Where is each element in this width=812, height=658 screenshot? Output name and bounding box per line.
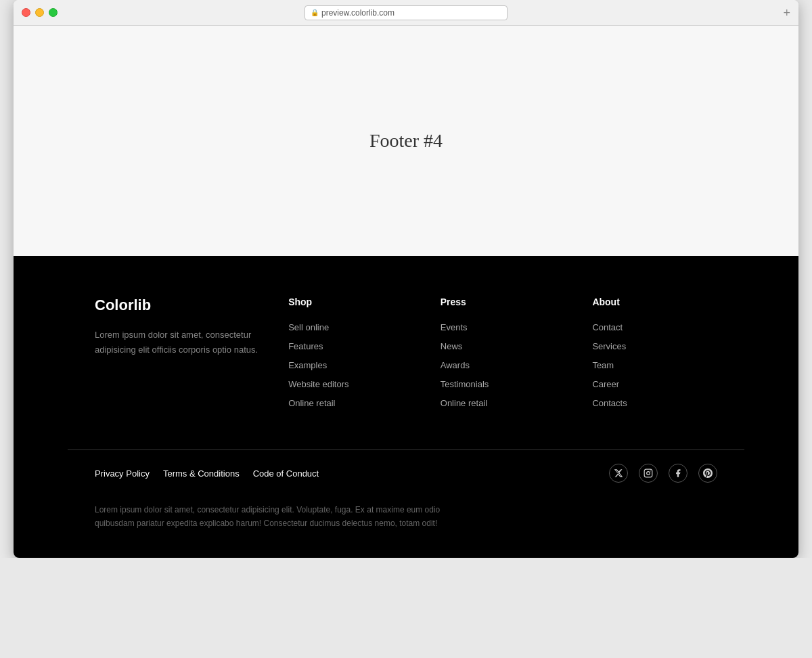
url-text: preview.colorlib.com xyxy=(321,8,394,18)
titlebar: 🔒 preview.colorlib.com + xyxy=(14,0,798,26)
svg-point-1 xyxy=(647,472,650,475)
footer-shop-title: Shop xyxy=(288,297,413,307)
privacy-policy-link[interactable]: Privacy Policy xyxy=(95,468,150,479)
svg-point-2 xyxy=(650,470,651,471)
close-button[interactable] xyxy=(22,8,30,17)
footer-link-contacts[interactable]: Contacts xyxy=(592,398,627,408)
footer-legal-links: Privacy Policy Terms & Conditions Code o… xyxy=(95,468,319,479)
footer-press-col: Press Events News Awards Testimonials On… xyxy=(441,297,566,416)
page-title: Footer #4 xyxy=(369,130,443,152)
footer-link-contact[interactable]: Contact xyxy=(592,322,623,332)
footer-link-sell-online[interactable]: Sell online xyxy=(288,322,329,332)
footer-about-col: About Contact Services Team Career Conta… xyxy=(592,297,717,416)
footer-link-news[interactable]: News xyxy=(441,341,463,351)
footer-shop-col: Shop Sell online Features Examples Websi… xyxy=(288,297,413,416)
footer-link-testimonials[interactable]: Testimonials xyxy=(441,379,489,389)
footer-link-press-online-retail[interactable]: Online retail xyxy=(441,398,487,408)
footer-link-features[interactable]: Features xyxy=(288,341,323,351)
footer-main: Colorlib Lorem ipsum dolor sit amet, con… xyxy=(68,297,744,449)
footer-about-title: About xyxy=(592,297,717,307)
new-tab-button[interactable]: + xyxy=(783,7,790,19)
terms-conditions-link[interactable]: Terms & Conditions xyxy=(163,468,240,479)
window-controls xyxy=(22,8,58,17)
mac-window: 🔒 preview.colorlib.com + Footer #4 Color… xyxy=(14,0,798,558)
lock-icon: 🔒 xyxy=(311,9,319,16)
footer-link-online-retail[interactable]: Online retail xyxy=(288,398,335,408)
page-header: Footer #4 xyxy=(14,26,798,256)
maximize-button[interactable] xyxy=(49,8,58,17)
footer-link-team[interactable]: Team xyxy=(592,360,614,370)
address-bar[interactable]: 🔒 preview.colorlib.com xyxy=(304,5,508,20)
footer-press-links: Events News Awards Testimonials Online r… xyxy=(441,321,566,409)
footer-brand-name: Colorlib xyxy=(95,297,261,314)
footer-link-awards[interactable]: Awards xyxy=(441,360,470,370)
code-of-conduct-link[interactable]: Code of Conduct xyxy=(253,468,319,479)
footer-brand-col: Colorlib Lorem ipsum dolor sit amet, con… xyxy=(95,297,261,416)
footer-link-career[interactable]: Career xyxy=(592,379,619,389)
footer-link-events[interactable]: Events xyxy=(441,322,468,332)
pinterest-icon[interactable] xyxy=(698,464,717,483)
footer-link-services[interactable]: Services xyxy=(592,341,626,351)
svg-rect-0 xyxy=(644,469,652,477)
footer-brand-desc: Lorem ipsum dolor sit amet, consectetur … xyxy=(95,328,261,357)
footer-about-links: Contact Services Team Career Contacts xyxy=(592,321,717,409)
footer-bottom: Privacy Policy Terms & Conditions Code o… xyxy=(68,450,744,496)
footer-shop-links: Sell online Features Examples Website ed… xyxy=(288,321,413,409)
footer-link-website-editors[interactable]: Website editors xyxy=(288,379,348,389)
minimize-button[interactable] xyxy=(35,8,44,17)
footer-social xyxy=(609,464,717,483)
facebook-icon[interactable] xyxy=(669,464,687,483)
footer-press-title: Press xyxy=(441,297,566,307)
footer: Colorlib Lorem ipsum dolor sit amet, con… xyxy=(14,256,798,558)
footer-copyright: Lorem ipsum dolor sit amet, consectetur … xyxy=(68,496,744,558)
twitter-icon[interactable] xyxy=(609,464,628,483)
instagram-icon[interactable] xyxy=(639,464,658,483)
footer-link-examples[interactable]: Examples xyxy=(288,360,327,370)
footer-copy-text: Lorem ipsum dolor sit amet, consectetur … xyxy=(95,503,447,531)
